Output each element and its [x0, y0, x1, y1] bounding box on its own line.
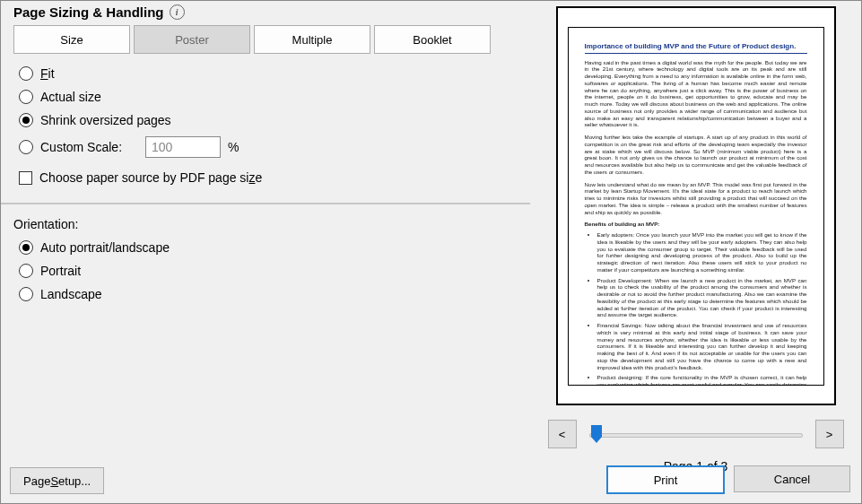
radio-portrait[interactable]	[19, 264, 33, 278]
slider-thumb[interactable]	[591, 425, 602, 443]
radio-shrink-label: Shrink oversized pages	[40, 113, 171, 127]
tab-booklet[interactable]: Booklet	[374, 25, 491, 54]
radio-landscape-label: Landscape	[40, 287, 102, 301]
paper-source-label: Choose paper source by PDF page size	[39, 170, 262, 185]
radio-landscape-row[interactable]: Landscape	[19, 287, 521, 301]
doc-b2: Product Development: When we launch a ne…	[597, 277, 807, 319]
right-pane: Importance of building MVP and the Futur…	[530, 1, 861, 503]
orientation-title: Orientation:	[13, 217, 521, 231]
radio-actual-label: Actual size	[40, 90, 101, 104]
doc-p3: Now lets understand what do we mean by a…	[585, 181, 807, 216]
radio-auto-row[interactable]: Auto portrait/landscape	[19, 240, 521, 255]
page-setup-button[interactable]: Page Setup...	[10, 467, 104, 494]
slider-track	[589, 433, 803, 438]
orientation-radio-group: Auto portrait/landscape Portrait Landsca…	[13, 240, 521, 301]
radio-portrait-label: Portrait	[40, 264, 81, 278]
radio-shrink-row[interactable]: Shrink oversized pages	[19, 113, 521, 127]
nav-row: < >	[548, 420, 844, 448]
radio-custom-label: Custom Scale:	[40, 140, 122, 154]
radio-landscape[interactable]	[19, 287, 33, 301]
percent-label: %	[228, 140, 239, 154]
radio-shrink[interactable]	[19, 113, 33, 127]
doc-b1: Early adopters: Once you launch your MVP…	[597, 231, 807, 274]
tab-multiple[interactable]: Multiple	[254, 25, 370, 54]
radio-custom[interactable]	[19, 140, 33, 154]
bottom-buttons: Print Cancel	[606, 465, 850, 494]
divider	[1, 203, 530, 204]
radio-auto-label: Auto portrait/landscape	[40, 240, 170, 255]
doc-title: Importance of building MVP and the Futur…	[585, 42, 807, 54]
sizing-title-row: Page Sizing & Handling i	[13, 4, 521, 20]
sizing-tabs: Size Poster Multiple Booklet	[13, 25, 521, 54]
doc-b3: Financial Savings: Now talking about the…	[597, 322, 807, 370]
left-pane: Page Sizing & Handling i Size Poster Mul…	[1, 1, 530, 503]
doc-p1: Having said in the past times a digital …	[585, 59, 807, 129]
radio-actual[interactable]	[19, 90, 33, 104]
paper-source-checkbox[interactable]	[19, 171, 32, 185]
doc-sub1: Benefits of building an MVP:	[585, 221, 807, 228]
radio-fit[interactable]	[19, 66, 33, 81]
doc-b4: Product designing: If the core functiona…	[597, 374, 807, 385]
prev-page-button[interactable]: <	[548, 420, 577, 448]
doc-p2: Moving further lets take the example of …	[585, 134, 807, 176]
radio-actual-row[interactable]: Actual size	[19, 90, 521, 104]
radio-fit-row[interactable]: Fit	[19, 66, 521, 81]
tab-size[interactable]: Size	[13, 25, 130, 54]
preview-page: Importance of building MVP and the Futur…	[568, 27, 824, 386]
preview-area: Importance of building MVP and the Futur…	[556, 6, 836, 405]
print-button[interactable]: Print	[606, 465, 725, 494]
page-slider[interactable]	[589, 425, 803, 443]
paper-source-row[interactable]: Choose paper source by PDF page size	[13, 170, 521, 185]
custom-scale-input[interactable]: 100	[145, 136, 221, 158]
cancel-button[interactable]: Cancel	[734, 465, 850, 492]
info-icon[interactable]: i	[170, 4, 185, 20]
radio-auto[interactable]	[19, 240, 33, 255]
radio-portrait-row[interactable]: Portrait	[19, 264, 521, 278]
radio-fit-label: Fit	[40, 66, 55, 81]
radio-custom-row[interactable]: Custom Scale: 100 %	[19, 136, 521, 158]
next-page-button[interactable]: >	[815, 420, 844, 448]
tab-poster[interactable]: Poster	[134, 25, 250, 54]
sizing-title: Page Sizing & Handling	[13, 4, 164, 20]
sizing-radio-group: Fit Actual size Shrink oversized pages C…	[13, 66, 521, 158]
doc-list: Early adopters: Once you launch your MVP…	[585, 231, 807, 386]
print-dialog: Page Sizing & Handling i Size Poster Mul…	[0, 0, 862, 504]
